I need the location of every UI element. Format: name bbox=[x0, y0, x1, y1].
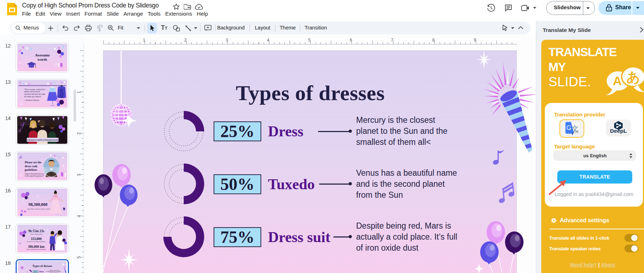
svg-text:the reader get inspired.”: the reader get inspired.” bbox=[24, 96, 42, 98]
svg-text:Please see the: Please see the bbox=[25, 161, 42, 164]
svg-text:333,000: 333,000 bbox=[31, 237, 42, 241]
svg-text:words: words bbox=[37, 58, 47, 61]
svg-text:Types of dresses: Types of dresses bbox=[32, 264, 52, 268]
svg-text:あ: あ bbox=[627, 70, 640, 84]
svg-text:Distance between Earth and the: Distance between Earth and the Moon bbox=[26, 249, 46, 250]
svg-text:Jupiter’s rotation period: Jupiter’s rotation period bbox=[30, 234, 42, 235]
svg-text:G: G bbox=[566, 124, 571, 131]
svg-text:—Someone Famous: —Someone Famous bbox=[24, 99, 39, 101]
svg-text:A: A bbox=[613, 74, 622, 88]
svg-text:386,000 km: 386,000 km bbox=[28, 245, 45, 249]
svg-text:important said and can make: important said and can make bbox=[24, 93, 45, 95]
svg-text:9h 55m 23s: 9h 55m 23s bbox=[28, 229, 44, 233]
svg-text:A picture is worth a thousand: A picture is worth a thousand words bbox=[27, 139, 59, 141]
svg-text:dress code: dress code bbox=[25, 165, 38, 168]
svg-text:wisdom that someone: wisdom that someone bbox=[24, 91, 41, 93]
svg-text:The Sun’s mass compared to Ear: The Sun’s mass compared to Earth’s bbox=[27, 241, 46, 242]
svg-text:guidelines: guidelines bbox=[25, 168, 37, 171]
svg-text:98,300,000: 98,300,000 bbox=[28, 202, 48, 207]
svg-text:Dress: Dress bbox=[39, 271, 44, 273]
svg-text:“This is a quote, words full o: “This is a quote, words full of bbox=[24, 89, 45, 91]
svg-text:Awesome: Awesome bbox=[35, 53, 50, 57]
svg-text:Big numbers catch your audienc: Big numbers catch your audience’s attent… bbox=[27, 208, 51, 210]
svg-text:text. Your audience will appre: text. Your audience will appreciate it bbox=[25, 176, 43, 177]
svg-text:25%: 25% bbox=[34, 271, 38, 273]
